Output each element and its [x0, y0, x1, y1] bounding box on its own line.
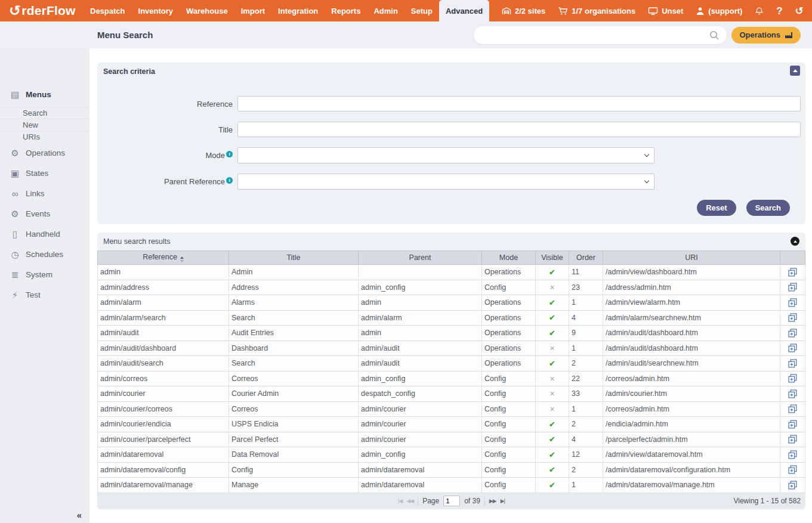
history-button[interactable]: ↺	[795, 6, 804, 16]
prev-page-button[interactable]: ◀◀	[406, 498, 413, 504]
organisations-indicator[interactable]: 1/7 organisations	[558, 7, 635, 16]
header-right: 2/2 sites 1/7 organisations Unset (suppo…	[502, 0, 812, 21]
app-logo[interactable]: ↺rderFlow	[0, 0, 84, 21]
sidebar-item-uris[interactable]: URIs	[0, 131, 89, 143]
cell-reference: admin/audit/search	[98, 356, 229, 372]
sidebar-item-schedules[interactable]: ◷Schedules	[0, 244, 89, 264]
open-window-icon[interactable]	[788, 435, 797, 444]
open-window-icon[interactable]	[788, 359, 797, 368]
search-icon[interactable]	[709, 30, 720, 41]
nav-tab-inventory[interactable]: Inventory	[132, 0, 180, 21]
cell-actions	[780, 371, 805, 386]
col-header-reference[interactable]: Reference	[98, 251, 229, 265]
sidebar-item-handheld[interactable]: ▯Handheld	[0, 224, 89, 244]
open-window-icon[interactable]	[788, 450, 797, 459]
sidebar-collapse-button[interactable]: «	[0, 510, 89, 523]
sidebar-item-menus[interactable]: ▤Menus	[0, 84, 89, 104]
open-window-icon[interactable]	[788, 389, 797, 398]
last-page-button[interactable]: ▶|	[501, 498, 505, 504]
table-row[interactable]: admin/courierCourier Admindespatch_confi…	[98, 386, 805, 402]
table-row[interactable]: admin/alarmAlarmsadminOperations✔1/admin…	[98, 295, 805, 311]
col-header-title[interactable]: Title	[229, 251, 359, 265]
cell-uri: /parcelperfect/admin.htm	[603, 432, 780, 447]
device-indicator[interactable]: Unset	[648, 7, 683, 16]
col-header-uri[interactable]: URI	[603, 251, 780, 265]
open-window-icon[interactable]	[788, 268, 797, 277]
table-row[interactable]: admin/courier/parcelperfectParcel Perfec…	[98, 432, 805, 447]
first-page-button[interactable]: |◀	[398, 498, 402, 504]
sidebar-item-links[interactable]: ∞Links	[0, 183, 89, 203]
parent-reference-select[interactable]	[237, 174, 654, 190]
open-window-icon[interactable]	[788, 313, 797, 322]
sidebar-item-states[interactable]: ▣States	[0, 163, 89, 183]
links-icon: ∞	[10, 189, 20, 198]
table-row[interactable]: admin/audit/searchSearchadmin/auditOpera…	[98, 356, 805, 372]
open-window-icon[interactable]	[788, 343, 797, 352]
results-table: ReferenceTitleParentModeVisibleOrderURI …	[97, 250, 805, 493]
cell-actions	[780, 478, 805, 493]
col-header-order[interactable]: Order	[569, 251, 603, 265]
open-window-icon[interactable]	[788, 298, 797, 307]
table-row[interactable]: admin/dataremovalData Removaladmin_confi…	[98, 447, 805, 463]
sidebar-item-system[interactable]: ≣System	[0, 264, 89, 284]
global-search-input[interactable]	[481, 30, 709, 39]
table-row[interactable]: admin/audit/dashboardDashboardadmin/audi…	[98, 341, 805, 356]
user-indicator[interactable]: (support)	[696, 7, 742, 16]
open-window-icon[interactable]	[788, 329, 797, 338]
nav-tab-reports[interactable]: Reports	[325, 0, 367, 21]
help-button[interactable]: ?	[776, 6, 782, 16]
col-header-parent[interactable]: Parent	[359, 251, 482, 265]
notifications-button[interactable]	[755, 7, 764, 16]
factory-icon	[785, 32, 793, 39]
mode-select[interactable]	[237, 147, 654, 163]
operations-context-button[interactable]: Operations	[731, 27, 801, 44]
table-row[interactable]: admin/dataremoval/configConfigadmin/data…	[98, 462, 805, 478]
collapse-results-button[interactable]	[791, 237, 799, 246]
sidebar-item-new[interactable]: New	[0, 119, 89, 131]
cell-mode: Operations	[482, 310, 536, 326]
table-row[interactable]: admin/alarm/searchSearchadmin/alarmOpera…	[98, 310, 805, 326]
next-page-button[interactable]: ▶▶	[489, 498, 496, 504]
open-window-icon[interactable]	[788, 374, 797, 383]
nav-tab-despatch[interactable]: Despatch	[84, 0, 132, 21]
open-window-icon[interactable]	[788, 465, 797, 474]
nav-tab-warehouse[interactable]: Warehouse	[180, 0, 234, 21]
cell-title: Alarms	[229, 295, 359, 311]
mode-info-icon[interactable]: i	[226, 151, 233, 157]
search-button[interactable]: Search	[746, 200, 790, 216]
reference-field[interactable]	[237, 96, 801, 112]
nav-tab-import[interactable]: Import	[234, 0, 271, 21]
table-row[interactable]: admin/auditAudit EntriesadminOperations✔…	[98, 326, 805, 341]
table-row[interactable]: admin/courier/endiciaUSPS Endiciaadmin/c…	[98, 417, 805, 432]
sidebar-item-operations[interactable]: ⚙Operations	[0, 143, 89, 163]
table-row[interactable]: admin/correosCorreosadmin_configConfig×2…	[98, 371, 805, 386]
visible-cross-icon: ×	[549, 343, 554, 353]
sidebar-item-events[interactable]: ⚙Events	[0, 203, 89, 224]
sidebar-item-test[interactable]: ⚡Test	[0, 284, 89, 305]
table-row[interactable]: adminAdminOperations✔11/admin/view/dashb…	[98, 265, 805, 280]
table-row[interactable]: admin/dataremoval/manageManageadmin/data…	[98, 478, 805, 493]
cell-mode: Config	[482, 386, 536, 402]
col-header-mode[interactable]: Mode	[482, 251, 536, 265]
nav-tab-integration[interactable]: Integration	[271, 0, 325, 21]
col-header-visible[interactable]: Visible	[536, 251, 569, 265]
parent-reference-info-icon[interactable]: i	[226, 177, 233, 184]
search-criteria-panel: Search criteria Reference Title Modei	[97, 63, 805, 224]
sidebar-item-search[interactable]: Search	[0, 107, 89, 119]
table-row[interactable]: admin/courier/correosCorreosadmin/courie…	[98, 401, 805, 417]
sites-indicator[interactable]: 2/2 sites	[502, 7, 545, 16]
open-window-icon[interactable]	[788, 481, 797, 490]
open-window-icon[interactable]	[788, 404, 797, 413]
open-window-icon[interactable]	[788, 420, 797, 429]
results-header: Menu search results	[97, 233, 805, 250]
page-number-input[interactable]	[443, 496, 460, 506]
collapse-panel-button[interactable]	[790, 66, 800, 76]
reset-button[interactable]: Reset	[697, 200, 736, 216]
cell-visible: ×	[536, 386, 569, 402]
nav-tab-advanced[interactable]: Advanced	[439, 0, 489, 21]
title-field[interactable]	[237, 122, 801, 137]
nav-tab-setup[interactable]: Setup	[405, 0, 439, 21]
table-row[interactable]: admin/addressAddressadmin_configConfig×2…	[98, 280, 805, 295]
nav-tab-admin[interactable]: Admin	[367, 0, 404, 21]
open-window-icon[interactable]	[788, 283, 797, 292]
